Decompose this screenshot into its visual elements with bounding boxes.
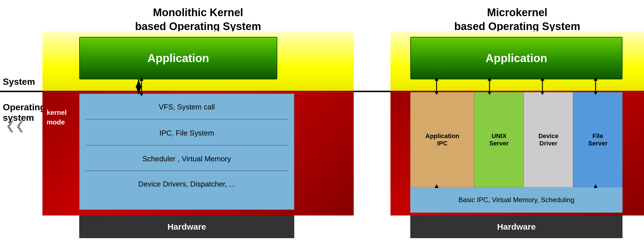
- monolithic-title: Monolithic Kernel based Operating System: [42, 6, 354, 34]
- mono-row-vfs: VFS, System call: [80, 94, 294, 120]
- mono-drivers-text: Device Drivers, Dispatcher, ...: [138, 180, 235, 189]
- microkernel-section: Microkernel based Operating System Appli…: [390, 0, 644, 241]
- microkernel-label: Basic IPC, Virtual Memory, Scheduling: [458, 196, 574, 204]
- chevron-icon: ❮❮: [6, 119, 25, 132]
- mono-divider-3: [85, 171, 288, 171]
- system-label: System: [3, 77, 35, 87]
- mono-row-drivers: Device Drivers, Dispatcher, ...: [80, 171, 294, 197]
- mono-vfs-text: VFS, System call: [159, 103, 215, 111]
- mono-divider-1: [85, 119, 288, 119]
- left-labels: System Operating system ❮❮: [0, 0, 45, 241]
- server-file: FileServer: [573, 92, 622, 187]
- mono-hardware-box: Hardware: [79, 215, 294, 238]
- mono-blue-box: VFS, System call IPC, File System Schedu…: [79, 94, 294, 210]
- mono-divider-2: [85, 145, 288, 145]
- server-unix: UNIXServer: [474, 92, 524, 187]
- micro-blue-strip: Basic IPC, Virtual Memory, Scheduling: [410, 187, 622, 213]
- microkernel-title: Microkernel based Operating System: [390, 6, 644, 34]
- micro-hardware-box: Hardware: [410, 215, 622, 238]
- mono-row-scheduler: Scheduler , Virtual Memory: [80, 146, 294, 172]
- server-ipc-label: ApplicationIPC: [425, 132, 459, 147]
- mono-scheduler-text: Scheduler , Virtual Memory: [142, 155, 231, 163]
- server-unix-label: UNIXServer: [489, 132, 509, 147]
- micro-servers-area: ApplicationIPC UNIXServer DeviceDriver F…: [410, 92, 622, 187]
- monolithic-section: Monolithic Kernel based Operating System…: [42, 0, 354, 241]
- mono-row-ipc: IPC, File System: [80, 120, 294, 146]
- mono-kernel-mode-label: kernelmode: [47, 108, 67, 127]
- server-device-driver: DeviceDriver: [524, 92, 573, 187]
- mono-app-box: Application: [79, 37, 277, 79]
- server-file-label: FileServer: [588, 132, 607, 147]
- mono-ipc-text: IPC, File System: [159, 129, 214, 138]
- server-driver-label: DeviceDriver: [538, 132, 559, 147]
- micro-app-box: Application: [410, 37, 622, 79]
- server-application-ipc: ApplicationIPC: [410, 92, 474, 187]
